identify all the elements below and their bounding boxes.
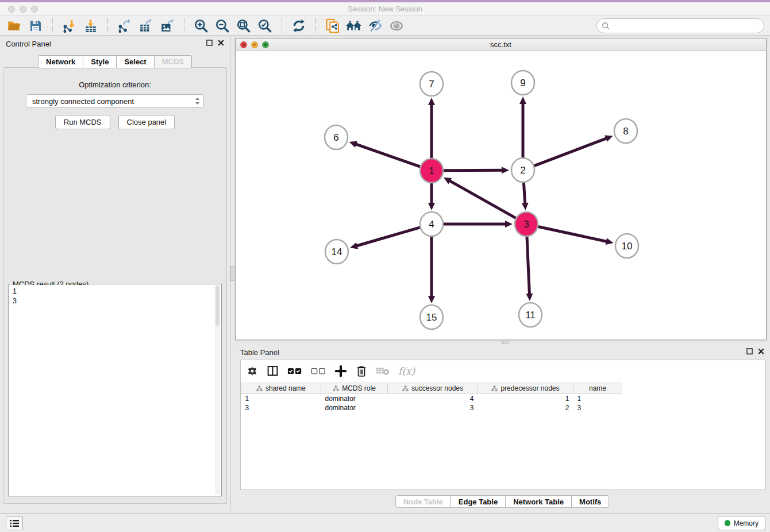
table-row[interactable]: 1 dominator 4 1 1	[241, 394, 622, 403]
refresh-view-button[interactable]	[290, 18, 307, 34]
export-network-button[interactable]	[116, 18, 133, 34]
criterion-value: strongly connected component	[32, 97, 195, 106]
cell-predecessor-nodes[interactable]: 1	[478, 394, 573, 403]
close-panel-icon[interactable]	[218, 40, 224, 46]
memory-button[interactable]: Memory	[718, 516, 765, 530]
column-header-name[interactable]: name	[573, 383, 622, 394]
hide-graphics-details-button[interactable]	[367, 18, 384, 34]
graph-edge-2-8[interactable]	[534, 138, 608, 165]
tab-network[interactable]: Network	[38, 55, 83, 68]
table-header-row[interactable]: shared name MCDS role successor nodes pr…	[241, 383, 622, 394]
tab-network-table[interactable]: Network Table	[506, 495, 572, 508]
task-history-button[interactable]	[6, 516, 23, 530]
graph-edge-3-10[interactable]	[538, 226, 608, 241]
tab-mcds[interactable]: MCDS	[155, 55, 192, 68]
column-header-shared-name[interactable]: shared name	[241, 383, 321, 394]
close-panel-icon[interactable]	[758, 348, 764, 354]
graph-edge-4-14[interactable]	[356, 228, 420, 246]
tab-select[interactable]: Select	[117, 55, 154, 68]
tab-node-table[interactable]: Node Table	[395, 495, 451, 508]
graph-edge-1-2[interactable]	[444, 170, 503, 171]
clone-network-icon	[325, 18, 341, 34]
memory-label: Memory	[734, 519, 759, 527]
node-table[interactable]: shared name MCDS role successor nodes pr…	[241, 383, 622, 413]
delete-table-button[interactable]	[376, 363, 390, 379]
table-row[interactable]: 3 dominator 3 2 3	[241, 403, 622, 413]
clone-network-button[interactable]	[324, 18, 341, 34]
attribute-tree-icon	[491, 385, 498, 392]
graph-edge-1-6[interactable]	[355, 144, 420, 167]
node-table-container: f(x) shared name MCDS role	[240, 360, 766, 490]
cell-successor-nodes[interactable]: 4	[388, 394, 478, 403]
network-window-titlebar[interactable]: scc.txt	[236, 38, 766, 51]
select-all-columns-button[interactable]	[287, 363, 302, 379]
float-panel-icon[interactable]	[746, 348, 753, 354]
tab-edge-table[interactable]: Edge Table	[451, 495, 506, 508]
horizontal-splitter[interactable]	[234, 341, 770, 345]
column-header-predecessor-nodes[interactable]: predecessor nodes	[478, 383, 573, 394]
criterion-dropdown[interactable]: strongly connected component	[26, 94, 204, 108]
search-input[interactable]	[596, 18, 764, 33]
zoom-fit-button[interactable]	[235, 18, 252, 34]
import-network-button[interactable]	[61, 18, 78, 34]
splitter-handle[interactable]	[230, 266, 234, 281]
zoom-in-button[interactable]	[192, 18, 210, 34]
attribute-tree-icon	[256, 385, 263, 392]
open-session-button[interactable]	[6, 18, 23, 34]
cell-name[interactable]: 1	[573, 394, 622, 403]
show-graphics-details-button[interactable]	[388, 18, 405, 34]
table-options-button[interactable]	[247, 363, 258, 379]
table-panel-title: Table Panel	[240, 348, 279, 357]
cell-successor-nodes[interactable]: 3	[388, 403, 478, 413]
mcds-result-list[interactable]: 1 3	[9, 285, 221, 495]
graph-edge-3-1[interactable]	[449, 180, 516, 218]
graph-edge-3-11[interactable]	[527, 236, 530, 295]
result-scrollbar[interactable]	[215, 286, 220, 495]
close-panel-button[interactable]: Close panel	[118, 115, 175, 129]
function-builder-button[interactable]: f(x)	[398, 363, 415, 379]
run-mcds-button[interactable]: Run MCDS	[55, 115, 110, 129]
unchecked-boxes-icon	[311, 367, 326, 375]
checked-boxes-icon	[287, 367, 302, 375]
show-column-button[interactable]	[267, 363, 279, 379]
graph-arrowhead	[519, 97, 526, 104]
graph-node-label: 15	[426, 312, 437, 323]
minimize-window-icon[interactable]	[20, 6, 26, 13]
traffic-lights[interactable]	[8, 6, 38, 13]
unselect-all-columns-button[interactable]	[311, 363, 326, 379]
cell-mcds-role[interactable]: dominator	[321, 394, 388, 403]
zoom-out-button[interactable]	[214, 18, 231, 34]
cell-name[interactable]: 3	[573, 403, 622, 413]
network-canvas[interactable]: 7968124314101511	[236, 51, 766, 340]
network-close-icon[interactable]	[240, 41, 247, 48]
network-maximize-icon[interactable]	[262, 41, 269, 48]
columns-icon	[267, 365, 279, 377]
close-window-icon[interactable]	[8, 6, 15, 13]
cell-shared-name[interactable]: 3	[241, 403, 321, 413]
titlebar: Session: New Session	[0, 2, 770, 16]
float-panel-icon[interactable]	[206, 40, 213, 46]
cell-predecessor-nodes[interactable]: 2	[478, 403, 573, 413]
column-header-successor-nodes[interactable]: successor nodes	[388, 383, 478, 394]
zoom-selected-button[interactable]	[256, 18, 274, 34]
cell-mcds-role[interactable]: dominator	[321, 403, 388, 413]
delete-column-button[interactable]	[356, 363, 367, 379]
tab-style[interactable]: Style	[83, 55, 117, 68]
search-box	[596, 18, 764, 33]
network-minimize-icon[interactable]	[251, 41, 258, 48]
graph-edge-2-3[interactable]	[523, 182, 525, 205]
first-neighbors-button[interactable]	[345, 18, 363, 34]
maximize-window-icon[interactable]	[31, 6, 38, 13]
export-table-button[interactable]	[137, 18, 155, 34]
cell-shared-name[interactable]: 1	[241, 394, 321, 403]
import-table-button[interactable]	[82, 18, 99, 34]
export-image-button[interactable]	[159, 18, 176, 34]
create-column-button[interactable]	[334, 363, 347, 379]
save-session-button[interactable]	[27, 18, 44, 34]
graph-arrowhead	[605, 136, 613, 142]
splitter-handle[interactable]	[502, 341, 509, 344]
network-graph[interactable]: 7968124314101511	[236, 51, 766, 340]
vertical-splitter[interactable]	[230, 36, 234, 513]
tab-motifs[interactable]: Motifs	[572, 495, 609, 508]
column-header-mcds-role[interactable]: MCDS role	[321, 383, 388, 394]
